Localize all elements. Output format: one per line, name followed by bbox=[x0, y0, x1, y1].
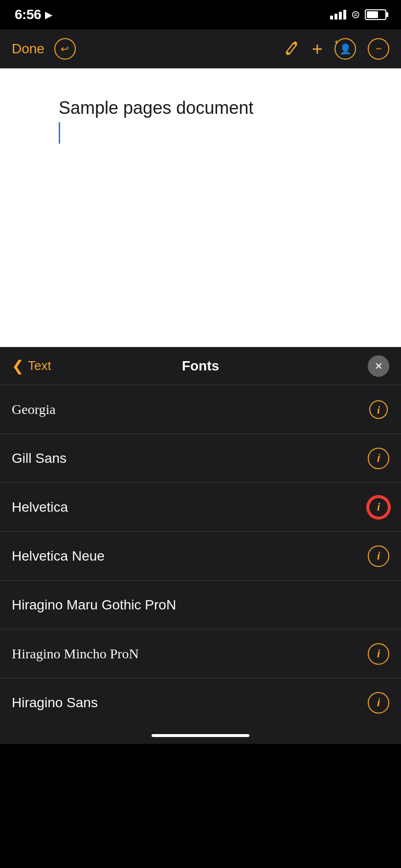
font-item-hiragino-sans[interactable]: Hiragino Sans i bbox=[0, 678, 401, 727]
document-title: Sample pages document bbox=[59, 98, 342, 118]
toolbar: Done ↩ + 👤 + ··· bbox=[0, 29, 401, 68]
font-name-helvetica: Helvetica bbox=[12, 499, 68, 515]
fonts-panel-title: Fonts bbox=[182, 358, 219, 374]
svg-text:i: i bbox=[377, 404, 380, 416]
status-bar: 6:56 ▶ ⊜ bbox=[0, 0, 401, 29]
status-icons: ⊜ bbox=[330, 8, 386, 21]
more-dots-icon: ··· bbox=[376, 44, 381, 53]
close-icon: ✕ bbox=[375, 360, 383, 372]
info-icon-gill-sans: i bbox=[377, 452, 380, 465]
toolbar-right: + 👤 + ··· bbox=[283, 38, 389, 60]
font-info-gill-sans[interactable]: i bbox=[368, 448, 389, 469]
battery-icon bbox=[365, 9, 386, 20]
font-item-hiragino-maru[interactable]: Hiragino Maru Gothic ProN bbox=[0, 581, 401, 629]
wifi-icon: ⊜ bbox=[351, 8, 360, 21]
toolbar-left: Done ↩ bbox=[12, 38, 76, 60]
home-indicator bbox=[0, 727, 401, 744]
back-chevron-icon: ❮ bbox=[12, 357, 24, 374]
add-button[interactable]: + bbox=[312, 40, 323, 58]
undo-icon: ↩ bbox=[61, 43, 69, 55]
done-button[interactable]: Done bbox=[12, 41, 45, 57]
signal-bars bbox=[330, 10, 346, 20]
font-item-hiragino-mincho[interactable]: Hiragino Mincho ProN i bbox=[0, 629, 401, 678]
font-list: Georgia i Gill Sans i Helvetica i bbox=[0, 385, 401, 727]
fonts-header: ❮ Text Fonts ✕ bbox=[0, 347, 401, 385]
bottom-panel: ❮ Text Fonts ✕ Georgia i Gill Sans bbox=[0, 347, 401, 744]
font-item-georgia[interactable]: Georgia i bbox=[0, 385, 401, 434]
more-options-button[interactable]: ··· bbox=[368, 38, 389, 60]
info-icon-hiragino-sans: i bbox=[377, 696, 380, 709]
font-info-hiragino-mincho[interactable]: i bbox=[368, 643, 389, 665]
font-name-hiragino-maru: Hiragino Maru Gothic ProN bbox=[12, 597, 176, 613]
info-icon-hiragino-mincho: i bbox=[377, 648, 380, 660]
font-info-georgia[interactable]: i bbox=[368, 399, 389, 420]
add-collaborator-button[interactable]: 👤 + bbox=[334, 38, 356, 60]
font-info-helvetica-neue[interactable]: i bbox=[368, 545, 389, 567]
text-cursor bbox=[59, 122, 60, 144]
font-name-helvetica-neue: Helvetica Neue bbox=[12, 548, 105, 564]
location-icon: ▶ bbox=[45, 9, 52, 21]
info-icon-helvetica-neue: i bbox=[377, 550, 380, 563]
brush-button[interactable] bbox=[283, 38, 300, 60]
add-person-icon: 👤 bbox=[339, 43, 352, 55]
close-button[interactable]: ✕ bbox=[368, 355, 389, 377]
brush-icon bbox=[283, 38, 300, 56]
document-area: Sample pages document bbox=[0, 68, 401, 347]
back-label: Text bbox=[28, 358, 51, 373]
font-item-helvetica[interactable]: Helvetica i bbox=[0, 483, 401, 532]
font-name-gill-sans: Gill Sans bbox=[12, 451, 67, 466]
font-info-helvetica[interactable]: i bbox=[368, 497, 389, 518]
font-item-gill-sans[interactable]: Gill Sans i bbox=[0, 434, 401, 483]
undo-button[interactable]: ↩ bbox=[54, 38, 76, 60]
font-name-hiragino-mincho: Hiragino Mincho ProN bbox=[12, 646, 139, 662]
font-item-helvetica-neue[interactable]: Helvetica Neue i bbox=[0, 532, 401, 581]
font-name-georgia: Georgia bbox=[12, 402, 56, 417]
home-bar bbox=[152, 734, 249, 737]
status-time: 6:56 bbox=[15, 7, 41, 22]
font-name-hiragino-sans: Hiragino Sans bbox=[12, 695, 98, 711]
font-info-hiragino-sans[interactable]: i bbox=[368, 692, 389, 714]
back-to-text-button[interactable]: ❮ Text bbox=[12, 357, 51, 374]
info-icon-helvetica: i bbox=[377, 501, 380, 514]
info-circle-georgia: i bbox=[368, 399, 389, 420]
